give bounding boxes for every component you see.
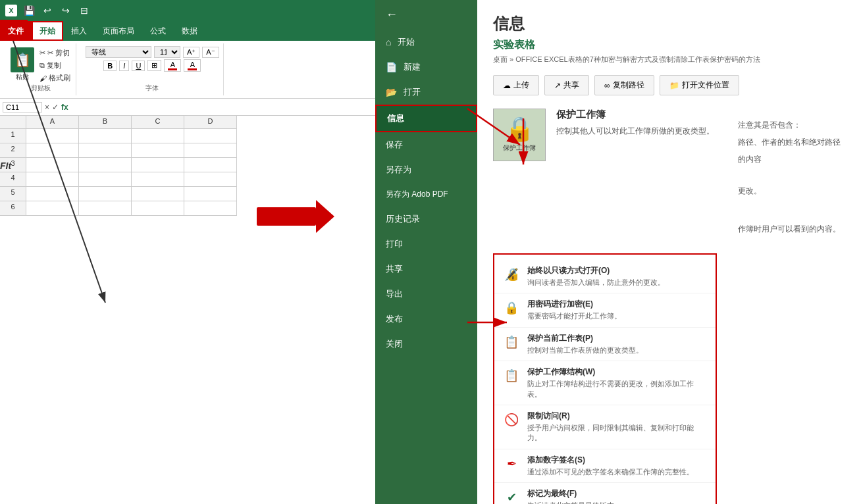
cell-d3[interactable] <box>184 158 237 172</box>
sheet-grid: A B C D 1 2 <box>0 116 375 216</box>
tab-formula[interactable]: 公式 <box>142 21 174 41</box>
nav-label-saveaspdf: 另存为 Adob PDF <box>386 189 448 200</box>
cell-b1[interactable] <box>79 129 132 143</box>
nav-item-info[interactable]: 信息 <box>375 105 477 132</box>
open-location-btn[interactable]: 📁 打开文件位置 <box>660 75 739 95</box>
open-icon: 📂 <box>386 87 397 97</box>
nav-item-saveas[interactable]: 另存为 <box>375 157 477 182</box>
font-group: 等线 11 A⁺ A⁻ B I U ⊞ A <box>82 43 224 95</box>
nav-item-export[interactable]: 导出 <box>375 282 477 307</box>
format-btn[interactable]: 🖌 格式刷 <box>38 72 72 84</box>
copy-path-btn[interactable]: ∞ 复制路径 <box>594 75 654 95</box>
encrypt-text: 用密码进行加密(E) 需要密码才能打开此工作簿。 <box>527 299 621 321</box>
dropdown-item-encrypt[interactable]: 🔒 用密码进行加密(E) 需要密码才能打开此工作簿。 <box>494 293 716 327</box>
col-header-d[interactable]: D <box>184 116 237 128</box>
nav-item-saveaspdf[interactable]: 另存为 Adob PDF <box>375 182 477 207</box>
copy-btn[interactable]: ⧉ 复制 <box>38 60 72 71</box>
nav-item-home[interactable]: ⌂ 开始 <box>375 30 477 55</box>
dropdown-item-protect-sheet[interactable]: 📋 保护当前工作表(P) 控制对当前工作表所做的更改类型。 <box>494 328 716 361</box>
row-5: 5 <box>0 187 375 201</box>
cell-b6[interactable] <box>79 201 132 216</box>
open-location-label: 打开文件位置 <box>682 80 729 91</box>
cell-a5[interactable] <box>26 187 79 201</box>
nav-label-home: 开始 <box>398 36 415 48</box>
cut-btn[interactable]: ✂ ✂ 剪切 <box>38 47 72 59</box>
tab-insert[interactable]: 插入 <box>63 21 95 41</box>
bold-btn[interactable]: B <box>103 61 117 71</box>
cell-d1[interactable] <box>184 129 237 143</box>
cell-c3[interactable] <box>132 158 184 172</box>
underline-btn[interactable]: U <box>132 61 145 71</box>
formula-bar: × ✓ fx <box>0 99 375 116</box>
nav-item-open[interactable]: 📂 打开 <box>375 80 477 105</box>
cell-d6[interactable] <box>184 201 237 216</box>
fill-color-btn[interactable]: A <box>164 59 181 72</box>
cell-d5[interactable] <box>184 187 237 201</box>
font-grow-btn[interactable]: A⁺ <box>183 47 199 58</box>
redo-btn[interactable]: ↪ <box>59 4 72 17</box>
cell-a2[interactable] <box>26 143 79 158</box>
undo-btn[interactable]: ↩ <box>41 4 54 17</box>
cell-a3[interactable] <box>26 158 79 172</box>
encrypt-title: 用密码进行加密(E) <box>527 299 621 310</box>
protect-icon-box[interactable]: 🔒 保护工作簿 <box>493 109 546 161</box>
col-header-c[interactable]: C <box>132 116 184 128</box>
cell-a1[interactable] <box>26 129 79 143</box>
dropdown-item-restrict[interactable]: 🚫 限制访问(R) 授予用户访问权限，同时限制其编辑、复制和打印能力。 <box>494 405 716 449</box>
nav-item-publish[interactable]: 发布 <box>375 307 477 332</box>
cell-a4[interactable] <box>26 172 79 187</box>
cell-reference[interactable] <box>3 102 42 113</box>
cell-d2[interactable] <box>184 143 237 158</box>
cell-b3[interactable] <box>79 158 132 172</box>
cell-d4[interactable] <box>184 172 237 187</box>
nav-item-share[interactable]: 共享 <box>375 257 477 282</box>
upload-btn[interactable]: ☁ 上传 <box>493 75 539 95</box>
upload-label: 上传 <box>513 80 529 91</box>
copy-path-label: 复制路径 <box>613 80 644 91</box>
font-shrink-btn[interactable]: A⁻ <box>202 47 219 58</box>
tab-home[interactable]: 开始 <box>32 21 63 41</box>
tab-pagelayout[interactable]: 页面布局 <box>95 21 142 41</box>
cell-c4[interactable] <box>132 172 184 187</box>
nav-item-print[interactable]: 打印 <box>375 232 477 257</box>
italic-btn[interactable]: I <box>119 61 129 71</box>
cell-b2[interactable] <box>79 143 132 158</box>
signature-desc: 通过添加不可见的数字签名来确保工作簿的完整性。 <box>527 467 694 477</box>
final-text: 标记为最终(F) 告诉读者此文档是最终版本。 <box>527 488 621 504</box>
dropdown-item-final[interactable]: ✔ 标记为最终(F) 告诉读者此文档是最终版本。 <box>494 483 716 504</box>
tab-file[interactable]: 文件 <box>0 21 32 41</box>
dropdown-item-signature[interactable]: ✒ 添加数字签名(S) 通过添加不可见的数字签名来确保工作簿的完整性。 <box>494 449 716 483</box>
tab-data[interactable]: 数据 <box>174 21 205 41</box>
save-quick-btn[interactable]: 💾 <box>22 4 36 17</box>
cell-b5[interactable] <box>79 187 132 201</box>
nav-item-new[interactable]: 📄 新建 <box>375 55 477 80</box>
nav-item-close[interactable]: 关闭 <box>375 332 477 357</box>
paste-btn[interactable]: 📋 粘贴 <box>9 46 36 83</box>
protect-section: 🔒 保护工作簿 保护工作簿 控制其他人可以对此工作簿所做的更改类型。 注意其是否… <box>493 109 845 240</box>
protect-sheet-text: 保护当前工作表(P) 控制对当前工作表所做的更改类型。 <box>527 333 643 355</box>
col-header-b[interactable]: B <box>79 116 132 128</box>
protect-icon-label: 保护工作簿 <box>503 143 536 153</box>
cell-a6[interactable] <box>26 201 79 216</box>
nav-back-btn[interactable]: ← <box>375 0 477 30</box>
font-size-select[interactable]: 11 <box>154 46 180 58</box>
row-num-4: 4 <box>0 172 26 187</box>
excel-logo: X <box>5 5 17 16</box>
cell-b4[interactable] <box>79 172 132 187</box>
font-name-select[interactable]: 等线 <box>86 46 151 58</box>
cell-c2[interactable] <box>132 143 184 158</box>
share-btn[interactable]: ↗ 共享 <box>544 75 589 95</box>
col-header-a[interactable]: A <box>26 116 79 128</box>
cell-c5[interactable] <box>132 187 184 201</box>
border-btn[interactable]: ⊞ <box>147 60 161 71</box>
nav-item-history[interactable]: 历史记录 <box>375 207 477 232</box>
font-color-btn[interactable]: A <box>184 59 201 72</box>
clipboard-label: 剪贴板 <box>31 84 51 93</box>
nav-item-save[interactable]: 保存 <box>375 132 477 157</box>
layout-btn[interactable]: ⊟ <box>78 4 91 17</box>
dropdown-item-protect-structure[interactable]: 📋 保护工作簿结构(W) 防止对工作簿结构进行不需要的更改，例如添加工作表。 <box>494 361 716 405</box>
dropdown-item-readonly[interactable]: 🔏 始终以只读方式打开(O) 询问读者是否加入编辑，防止意外的更改。 <box>494 260 716 293</box>
cell-c1[interactable] <box>132 129 184 143</box>
formula-input[interactable] <box>71 103 373 111</box>
cell-c6[interactable] <box>132 201 184 216</box>
